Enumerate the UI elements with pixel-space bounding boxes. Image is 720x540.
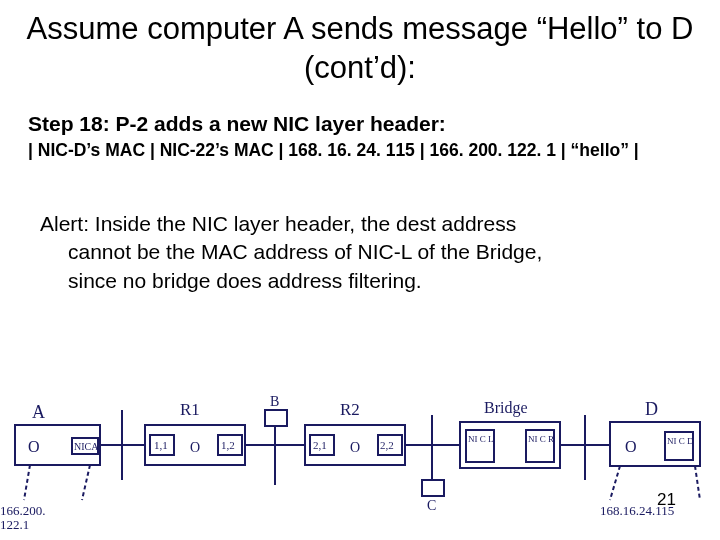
svg-text:Bridge: Bridge bbox=[484, 399, 528, 417]
svg-text:1,1: 1,1 bbox=[154, 439, 168, 451]
slide-title: Assume computer A sends message “Hello” … bbox=[0, 10, 720, 88]
alert-paragraph: Alert: Inside the NIC layer header, the … bbox=[40, 210, 660, 295]
svg-text:168.16.24.115: 168.16.24.115 bbox=[600, 503, 674, 518]
svg-text:2,2: 2,2 bbox=[380, 439, 394, 451]
svg-text:B: B bbox=[270, 394, 279, 409]
svg-text:R2: R2 bbox=[340, 400, 360, 419]
svg-text:NICA: NICA bbox=[74, 441, 99, 452]
step-heading: Step 18: P-2 adds a new NIC layer header… bbox=[28, 112, 446, 136]
svg-line-45 bbox=[610, 466, 620, 500]
svg-text:NI C L: NI C L bbox=[468, 434, 494, 444]
alert-line-2: cannot be the MAC address of NIC-L of th… bbox=[68, 238, 660, 266]
svg-text:O: O bbox=[350, 440, 360, 455]
network-diagram: O NICA A 166.200.122.1 1,1 O 1,2 R1 B 2,… bbox=[0, 360, 720, 540]
header-fields: | NIC-D’s MAC | NIC-22’s MAC | 168. 16. … bbox=[28, 140, 639, 161]
svg-text:2,1: 2,1 bbox=[313, 439, 327, 451]
svg-text:166.200.122.1: 166.200.122.1 bbox=[0, 503, 46, 532]
svg-line-6 bbox=[82, 465, 90, 500]
svg-text:O: O bbox=[190, 440, 200, 455]
svg-line-5 bbox=[24, 465, 30, 500]
svg-text:R1: R1 bbox=[180, 400, 200, 419]
alert-line-3: since no bridge does address filtering. bbox=[68, 267, 660, 295]
svg-rect-19 bbox=[265, 410, 287, 426]
svg-text:C: C bbox=[427, 498, 436, 513]
svg-text:O: O bbox=[625, 438, 637, 455]
svg-text:D: D bbox=[645, 399, 658, 419]
svg-text:A: A bbox=[32, 402, 45, 422]
svg-text:1,2: 1,2 bbox=[221, 439, 235, 451]
svg-text:NI C D: NI C D bbox=[667, 436, 694, 446]
svg-line-46 bbox=[695, 466, 700, 500]
svg-text:O: O bbox=[28, 438, 40, 455]
svg-rect-30 bbox=[422, 480, 444, 496]
svg-text:NI C R: NI C R bbox=[528, 434, 554, 444]
alert-line-1: Alert: Inside the NIC layer header, the … bbox=[40, 212, 516, 235]
